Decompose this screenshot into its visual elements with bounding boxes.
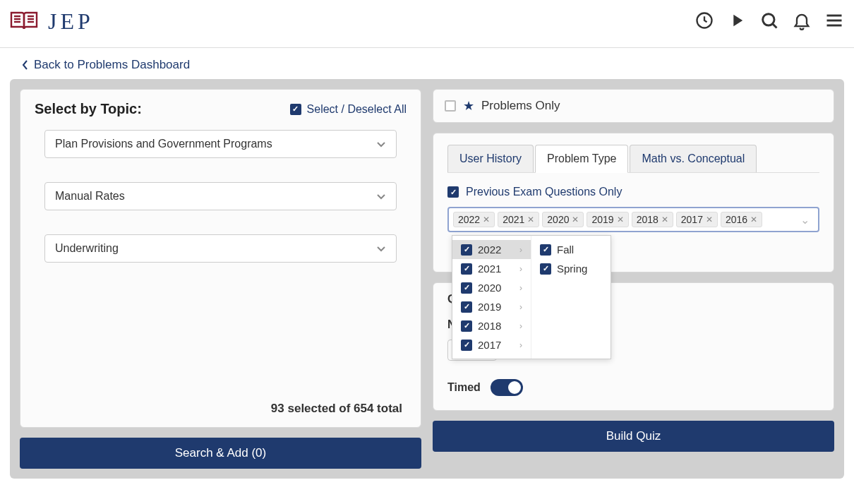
tag-remove-icon[interactable]: ✕ bbox=[750, 215, 757, 224]
prev-exam-row[interactable]: Previous Exam Questions Only bbox=[447, 186, 819, 198]
topic-label: Manual Rates bbox=[55, 190, 125, 203]
book-icon bbox=[10, 10, 38, 34]
year-checkbox[interactable] bbox=[461, 263, 472, 275]
right-column: ★ Problems Only User History Problem Typ… bbox=[433, 89, 834, 469]
year-multiselect[interactable]: 2022✕ 2021✕ 2020✕ 2019✕ 2018✕ 2017✕ 2016… bbox=[447, 207, 819, 232]
app-header: JEP bbox=[0, 0, 854, 48]
topic-panel-header: Select by Topic: Select / Deselect All bbox=[35, 101, 407, 117]
svg-point-7 bbox=[763, 13, 774, 25]
problems-only-label: Problems Only bbox=[481, 99, 560, 113]
season-checkbox[interactable] bbox=[540, 263, 551, 275]
prev-exam-label: Previous Exam Questions Only bbox=[466, 186, 622, 198]
tag-remove-icon[interactable]: ✕ bbox=[661, 215, 668, 224]
chevron-right-icon: › bbox=[519, 321, 522, 331]
chevron-down-icon bbox=[376, 139, 386, 149]
year-option[interactable]: 2022› bbox=[452, 240, 531, 259]
tag-remove-icon[interactable]: ✕ bbox=[617, 215, 624, 224]
year-tag: 2016✕ bbox=[721, 212, 762, 227]
select-all-toggle[interactable]: Select / Deselect All bbox=[290, 103, 407, 116]
main-content: Select by Topic: Select / Deselect All P… bbox=[10, 79, 844, 479]
select-all-label: Select / Deselect All bbox=[307, 103, 407, 116]
back-link-text: Back to Problems Dashboard bbox=[34, 58, 190, 72]
tag-remove-icon[interactable]: ✕ bbox=[483, 215, 490, 224]
tag-remove-icon[interactable]: ✕ bbox=[527, 215, 534, 224]
filter-tabs: User History Problem Type Math vs. Conce… bbox=[447, 145, 819, 173]
topic-select[interactable]: Manual Rates bbox=[44, 182, 397, 210]
year-option[interactable]: 2018› bbox=[452, 316, 531, 335]
timed-label: Timed bbox=[447, 381, 481, 394]
back-link[interactable]: Back to Problems Dashboard bbox=[0, 48, 854, 79]
menu-icon[interactable] bbox=[824, 11, 844, 33]
chevron-right-icon: › bbox=[519, 283, 522, 293]
header-actions bbox=[694, 11, 844, 33]
year-dropdown: 2022› 2021› 2020› 2019› 2018› 2017› Fall… bbox=[452, 235, 611, 359]
tag-remove-icon[interactable]: ✕ bbox=[706, 215, 713, 224]
problems-only-checkbox[interactable] bbox=[445, 100, 456, 112]
clock-icon[interactable] bbox=[694, 11, 714, 33]
season-option[interactable]: Fall bbox=[531, 240, 611, 259]
chevron-right-icon: › bbox=[519, 245, 522, 255]
year-tag: 2019✕ bbox=[587, 212, 628, 227]
selection-count: 93 selected of 654 total bbox=[35, 402, 407, 416]
year-tag: 2020✕ bbox=[542, 212, 584, 227]
year-option[interactable]: 2020› bbox=[452, 278, 531, 297]
year-option[interactable]: 2019› bbox=[452, 297, 531, 316]
topic-select[interactable]: Underwriting bbox=[44, 234, 397, 263]
year-option[interactable]: 2021› bbox=[452, 259, 531, 278]
topic-label: Underwriting bbox=[55, 242, 119, 255]
year-option[interactable]: 2017› bbox=[452, 335, 531, 354]
year-checkbox[interactable] bbox=[461, 244, 472, 256]
filter-panel: User History Problem Type Math vs. Conce… bbox=[433, 133, 834, 272]
brand-text: JEP bbox=[48, 8, 94, 35]
topic-select[interactable]: Plan Provisions and Government Programs bbox=[44, 130, 397, 158]
year-column[interactable]: 2022› 2021› 2020› 2019› 2018› 2017› bbox=[452, 236, 531, 359]
year-checkbox[interactable] bbox=[461, 320, 472, 332]
year-tag: 2017✕ bbox=[676, 212, 718, 227]
topic-panel-title: Select by Topic: bbox=[35, 101, 142, 117]
problems-only-row[interactable]: ★ Problems Only bbox=[445, 98, 822, 114]
topic-panel: Select by Topic: Select / Deselect All P… bbox=[20, 89, 421, 428]
chevron-down-icon bbox=[376, 244, 386, 253]
svg-line-8 bbox=[773, 23, 777, 28]
chevron-right-icon: › bbox=[519, 340, 522, 350]
topics-list: Plan Provisions and Government Programs … bbox=[35, 130, 407, 392]
year-tag: 2018✕ bbox=[632, 212, 673, 227]
search-icon[interactable] bbox=[759, 11, 779, 33]
chevron-right-icon: › bbox=[519, 264, 522, 274]
tab-math-conceptual[interactable]: Math vs. Conceptual bbox=[630, 145, 757, 172]
tab-user-history[interactable]: User History bbox=[447, 145, 534, 172]
chevron-left-icon bbox=[21, 59, 30, 71]
play-icon[interactable] bbox=[727, 11, 747, 33]
problems-only-panel: ★ Problems Only bbox=[433, 89, 834, 123]
chevron-down-icon[interactable]: ⌄ bbox=[796, 213, 814, 227]
left-column: Select by Topic: Select / Deselect All P… bbox=[20, 89, 421, 469]
prev-exam-checkbox[interactable] bbox=[447, 186, 459, 198]
star-icon: ★ bbox=[463, 98, 474, 114]
year-tag: 2021✕ bbox=[498, 212, 539, 227]
search-add-button[interactable]: Search & Add (0) bbox=[20, 438, 421, 469]
year-checkbox[interactable] bbox=[461, 340, 472, 351]
select-all-checkbox[interactable] bbox=[290, 104, 301, 115]
season-column: Fall Spring bbox=[531, 236, 611, 359]
tag-remove-icon[interactable]: ✕ bbox=[572, 215, 579, 224]
chevron-down-icon bbox=[376, 191, 386, 201]
tab-problem-type[interactable]: Problem Type bbox=[535, 145, 628, 173]
timed-toggle[interactable] bbox=[491, 379, 523, 396]
timed-row: Timed bbox=[447, 379, 819, 396]
logo-group: JEP bbox=[10, 8, 94, 35]
season-option[interactable]: Spring bbox=[531, 259, 611, 278]
chevron-right-icon: › bbox=[519, 302, 522, 312]
build-quiz-button[interactable]: Build Quiz bbox=[433, 421, 834, 452]
year-checkbox[interactable] bbox=[461, 282, 472, 294]
topic-label: Plan Provisions and Government Programs bbox=[55, 138, 272, 150]
season-checkbox[interactable] bbox=[540, 244, 551, 256]
bell-icon[interactable] bbox=[792, 11, 812, 33]
year-tag: 2022✕ bbox=[453, 212, 495, 227]
year-checkbox[interactable] bbox=[461, 301, 472, 313]
